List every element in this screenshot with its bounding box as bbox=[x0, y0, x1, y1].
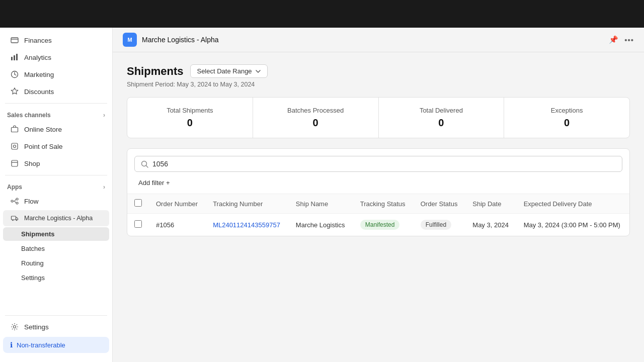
apps-title: Apps › bbox=[0, 178, 112, 193]
pin-icon[interactable]: 📌 bbox=[609, 35, 618, 44]
sidebar-item-point-of-sale[interactable]: Point of Sale bbox=[3, 138, 109, 154]
td-expected-delivery-1056: May 3, 2024 (3:00 PM - 5:00 PM) bbox=[517, 214, 629, 236]
non-transferable-badge: ℹ Non-transferable bbox=[3, 337, 109, 353]
search-input[interactable] bbox=[152, 160, 616, 168]
th-order-status: Order Status bbox=[414, 194, 466, 214]
discounts-icon bbox=[10, 87, 19, 96]
tracking-status-badge-1056: Manifested bbox=[360, 220, 400, 230]
stats-row: Total Shipments 0 Batches Processed 0 To… bbox=[127, 97, 630, 138]
select-all-checkbox[interactable] bbox=[134, 199, 142, 207]
tracking-link-1056[interactable]: ML2401124143559757 bbox=[213, 221, 280, 229]
stat-label-total-delivered: Total Delivered bbox=[420, 107, 463, 114]
flow-icon bbox=[10, 197, 19, 206]
stat-exceptions: Exceptions 0 bbox=[504, 98, 629, 138]
finances-icon bbox=[10, 36, 19, 45]
stat-label-total-shipments: Total Shipments bbox=[167, 107, 213, 114]
svg-point-9 bbox=[11, 200, 13, 202]
stat-total-delivered: Total Delivered 0 bbox=[379, 98, 505, 138]
th-ship-date: Ship Date bbox=[465, 194, 516, 214]
stat-value-batches-processed: 0 bbox=[313, 117, 318, 129]
date-range-button[interactable]: Select Date Range bbox=[190, 64, 267, 78]
chevron-down-icon bbox=[255, 68, 261, 74]
sidebar-sub-item-batches[interactable]: Batches bbox=[3, 242, 109, 255]
table-header-row: Order Number Tracking Number Ship Name T… bbox=[127, 194, 629, 214]
search-input-wrap bbox=[134, 156, 622, 172]
sidebar-item-analytics[interactable]: Analytics bbox=[3, 49, 109, 65]
top-bar bbox=[0, 0, 644, 28]
sidebar-item-finances[interactable]: Finances bbox=[3, 32, 109, 48]
td-ship-name-1056: Marche Logistics bbox=[289, 214, 353, 236]
svg-point-13 bbox=[12, 220, 13, 221]
order-status-badge-1056: Fulfilled bbox=[421, 220, 451, 230]
svg-text:M: M bbox=[127, 37, 132, 43]
stat-value-exceptions: 0 bbox=[564, 117, 570, 129]
sidebar-item-online-store[interactable]: Online Store bbox=[3, 121, 109, 137]
header-right: 📌 ••• bbox=[609, 35, 634, 44]
gear-icon bbox=[10, 322, 19, 331]
table-row: #1056 ML2401124143559757 Marche Logistic… bbox=[127, 214, 629, 236]
sidebar: Finances Analytics Marketing Discounts S… bbox=[0, 28, 113, 362]
td-checkbox-1056 bbox=[127, 214, 149, 236]
sidebar-sub-item-shipments[interactable]: Shipments bbox=[3, 227, 109, 241]
page-header-bar: M Marche Logistics - Alpha 📌 ••• bbox=[113, 28, 644, 52]
stat-batches-processed: Batches Processed 0 bbox=[253, 98, 379, 138]
td-order-status-1056: Fulfilled bbox=[414, 214, 466, 236]
td-tracking-number-1056: ML2401124143559757 bbox=[206, 214, 289, 236]
shipment-period: Shipment Period: May 3, 2024 to May 3, 2… bbox=[127, 81, 630, 88]
sidebar-sub-item-routing[interactable]: Routing bbox=[3, 256, 109, 270]
divider-1 bbox=[5, 103, 107, 104]
app-icon: M bbox=[123, 33, 137, 47]
svg-point-15 bbox=[14, 326, 16, 328]
row-checkbox-1056[interactable] bbox=[134, 220, 142, 228]
sidebar-sub-item-settings[interactable]: Settings bbox=[3, 271, 109, 285]
stat-value-total-shipments: 0 bbox=[187, 117, 193, 129]
divider-2 bbox=[5, 175, 107, 175]
logistics-icon bbox=[10, 214, 19, 223]
th-tracking-number: Tracking Number bbox=[206, 194, 289, 214]
svg-rect-5 bbox=[12, 128, 18, 132]
th-checkbox bbox=[127, 194, 149, 214]
online-store-icon bbox=[10, 125, 19, 134]
th-order-number: Order Number bbox=[149, 194, 206, 214]
svg-rect-6 bbox=[12, 143, 18, 149]
stat-label-exceptions: Exceptions bbox=[551, 107, 583, 114]
stat-label-batches-processed: Batches Processed bbox=[287, 107, 344, 114]
td-ship-date-1056: May 3, 2024 bbox=[465, 214, 516, 236]
stat-value-total-delivered: 0 bbox=[438, 117, 444, 129]
marketing-icon bbox=[10, 70, 19, 79]
sidebar-bottom: Settings ℹ Non-transferable bbox=[0, 309, 112, 358]
search-bar-row bbox=[127, 149, 629, 177]
page-title-row: Shipments Select Date Range bbox=[127, 64, 630, 78]
main-area: Finances Analytics Marketing Discounts S… bbox=[0, 28, 644, 362]
sidebar-item-marketing[interactable]: Marketing bbox=[3, 66, 109, 82]
data-table: Order Number Tracking Number Ship Name T… bbox=[127, 194, 629, 236]
main-content: M Marche Logistics - Alpha 📌 ••• Shipmen… bbox=[113, 28, 644, 362]
analytics-icon bbox=[10, 53, 19, 62]
stat-total-shipments: Total Shipments 0 bbox=[127, 98, 253, 138]
svg-rect-8 bbox=[12, 160, 18, 166]
svg-point-11 bbox=[16, 202, 18, 204]
divider-3 bbox=[5, 315, 107, 316]
sidebar-item-marche-logistics[interactable]: Marche Logistics - Alpha bbox=[3, 210, 109, 226]
page-body: Shipments Select Date Range Shipment Per… bbox=[113, 52, 644, 248]
more-options-icon[interactable]: ••• bbox=[624, 36, 634, 44]
shop-icon bbox=[10, 159, 19, 168]
filter-row: Add filter + bbox=[127, 177, 629, 194]
chevron-right-icon: › bbox=[103, 112, 105, 119]
sidebar-item-shop[interactable]: Shop bbox=[3, 155, 109, 171]
sidebar-item-discounts[interactable]: Discounts bbox=[3, 83, 109, 100]
th-tracking-status: Tracking Status bbox=[353, 194, 414, 214]
svg-rect-3 bbox=[16, 54, 18, 60]
info-icon: ℹ bbox=[10, 341, 13, 349]
sidebar-item-flow[interactable]: Flow bbox=[3, 193, 109, 209]
svg-rect-1 bbox=[11, 57, 13, 60]
svg-point-14 bbox=[16, 220, 17, 221]
svg-rect-0 bbox=[11, 38, 18, 43]
add-filter-button[interactable]: Add filter + bbox=[134, 177, 622, 189]
app-name: Marche Logistics - Alpha bbox=[142, 36, 219, 44]
td-tracking-status-1056: Manifested bbox=[353, 214, 414, 236]
th-expected-delivery: Expected Delivery Date bbox=[517, 194, 629, 214]
svg-point-18 bbox=[142, 161, 147, 166]
sidebar-item-global-settings[interactable]: Settings bbox=[3, 319, 109, 335]
svg-point-10 bbox=[16, 198, 18, 200]
